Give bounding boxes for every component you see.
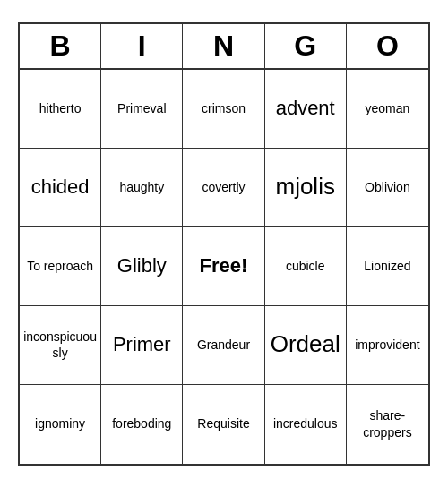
bingo-cell: haughty [101,149,183,227]
bingo-cell: covertly [183,149,264,227]
header-letter: B [20,24,101,68]
bingo-cell: mjolis [265,149,347,227]
bingo-cell: Lionized [347,227,428,306]
bingo-cell: Glibly [101,227,183,306]
bingo-cell: chided [20,149,101,227]
bingo-cell: Ordeal [265,306,347,385]
header-letter: O [347,24,428,68]
bingo-cell: incredulous [265,385,347,464]
bingo-cell: Primeval [101,70,183,149]
bingo-cell: Oblivion [347,149,428,227]
bingo-cell: improvident [347,306,428,385]
bingo-cell: ignominy [20,385,101,464]
header-letter: I [101,24,183,68]
bingo-cell: yeoman [347,70,428,149]
bingo-cell: advent [265,70,347,149]
bingo-cell: Free! [183,227,264,306]
bingo-cell: cubicle [265,227,347,306]
bingo-cell: foreboding [101,385,183,464]
bingo-cell: Requisite [183,385,264,464]
bingo-grid: hithertoPrimevalcrimsonadventyeomanchide… [20,70,428,464]
bingo-card: BINGO hithertoPrimevalcrimsonadventyeoma… [18,22,430,466]
header-letter: G [265,24,347,68]
bingo-cell: To reproach [20,227,101,306]
header-letter: N [183,24,264,68]
bingo-cell: inconspicuously [20,306,101,385]
bingo-cell: hitherto [20,70,101,149]
bingo-cell: Grandeur [183,306,264,385]
bingo-cell: Primer [101,306,183,385]
bingo-header: BINGO [20,24,428,70]
bingo-cell: share-croppers [347,385,428,464]
bingo-cell: crimson [183,70,264,149]
